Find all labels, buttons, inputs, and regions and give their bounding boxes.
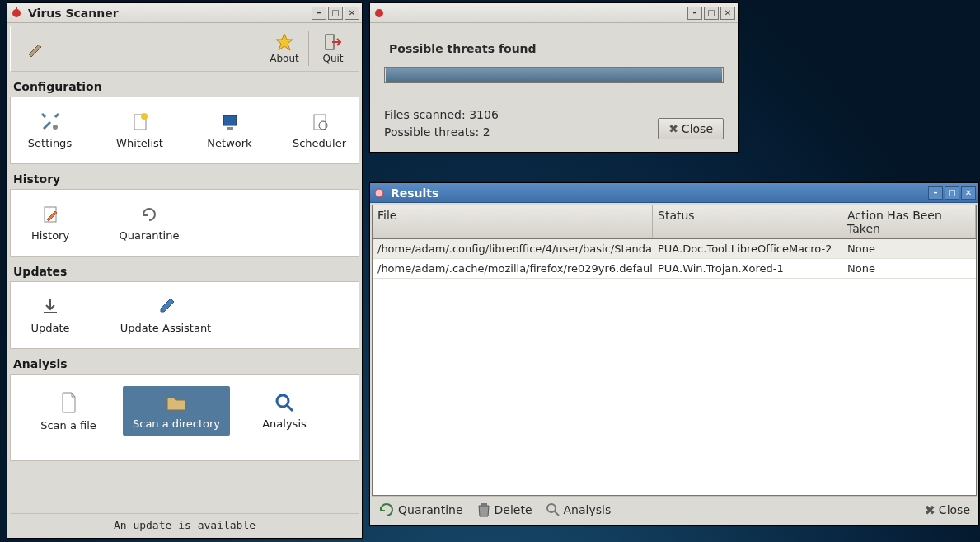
bug-icon bbox=[10, 7, 23, 20]
minimize-button[interactable]: – bbox=[928, 186, 943, 200]
quit-label: Quit bbox=[322, 53, 343, 64]
minimize-button[interactable]: – bbox=[312, 7, 326, 20]
svg-point-16 bbox=[547, 504, 556, 512]
svg-marker-2 bbox=[276, 34, 293, 50]
magnifier-icon bbox=[274, 393, 294, 412]
configuration-label: Configuration bbox=[10, 72, 359, 97]
tools-icon bbox=[40, 112, 60, 132]
eyedropper-icon bbox=[156, 297, 176, 317]
table-body: /home/adam/.config/libreoffice/4/user/ba… bbox=[373, 239, 976, 495]
exit-icon bbox=[324, 33, 342, 51]
titlebar-results[interactable]: Results – □ ✕ bbox=[370, 183, 978, 203]
results-window: Results – □ ✕ File Status Action Has Bee… bbox=[369, 182, 979, 526]
svg-rect-7 bbox=[223, 115, 237, 125]
footer-quarantine-label: Quarantine bbox=[398, 503, 463, 516]
cell-action: None bbox=[842, 259, 976, 278]
col-status-header[interactable]: Status bbox=[653, 205, 842, 238]
results-title: Results bbox=[391, 186, 438, 200]
close-button[interactable]: ✕ bbox=[720, 7, 735, 20]
trash-icon bbox=[476, 502, 491, 518]
quarantine-label: Quarantine bbox=[120, 229, 180, 242]
main-toolbar: About Quit bbox=[10, 26, 359, 72]
update-button[interactable]: Update bbox=[17, 290, 83, 340]
whitelist-button[interactable]: Whitelist bbox=[107, 106, 172, 155]
updates-panel: Update Update Assistant bbox=[10, 281, 359, 349]
svg-point-6 bbox=[141, 113, 148, 120]
statusbar: An update is available bbox=[10, 513, 359, 535]
cell-status: PUA.Win.Trojan.Xored-1 bbox=[653, 259, 842, 278]
threats-label: Possible threats: bbox=[384, 125, 479, 139]
network-button[interactable]: Network bbox=[197, 106, 262, 155]
toolbar-scan-button[interactable] bbox=[16, 28, 57, 69]
history-panel: History Quarantine bbox=[10, 189, 359, 257]
footer-quarantine-button[interactable]: Quarantine bbox=[378, 502, 463, 518]
virus-scanner-window: Virus Scanner – □ ✕ About bbox=[7, 2, 363, 539]
files-scanned-value: 3106 bbox=[469, 108, 499, 121]
titlebar-dialog[interactable]: – □ ✕ bbox=[370, 3, 738, 23]
svg-point-12 bbox=[277, 395, 288, 407]
scan-file-button[interactable]: Scan a file bbox=[19, 386, 118, 436]
whitelist-label: Whitelist bbox=[116, 137, 163, 149]
svg-point-14 bbox=[375, 189, 383, 197]
close-button[interactable]: ✕ bbox=[961, 186, 976, 200]
footer-close-label: Close bbox=[939, 503, 970, 516]
scan-directory-button[interactable]: Scan a directory bbox=[123, 386, 230, 436]
scan-progressbar bbox=[384, 67, 724, 83]
svg-point-4 bbox=[53, 125, 58, 130]
update-assistant-button[interactable]: Update Assistant bbox=[108, 290, 223, 340]
bug-icon bbox=[373, 7, 386, 20]
scan-progress-dialog: – □ ✕ Possible threats found Files scann… bbox=[369, 2, 739, 153]
svg-rect-8 bbox=[227, 127, 233, 130]
close-label: Close bbox=[682, 122, 713, 135]
updates-label: Updates bbox=[10, 257, 359, 281]
quit-button[interactable]: Quit bbox=[312, 28, 354, 69]
footer-delete-button[interactable]: Delete bbox=[476, 502, 532, 518]
about-button[interactable]: About bbox=[264, 28, 305, 69]
about-label: About bbox=[270, 53, 298, 64]
footer-delete-label: Delete bbox=[495, 503, 532, 516]
maximize-button[interactable]: □ bbox=[945, 186, 959, 200]
scan-file-label: Scan a file bbox=[40, 419, 96, 431]
close-button[interactable]: ✕ bbox=[345, 7, 359, 20]
titlebar[interactable]: Virus Scanner – □ ✕ bbox=[7, 3, 362, 23]
scheduler-button[interactable]: Scheduler bbox=[287, 106, 352, 155]
svg-point-13 bbox=[375, 9, 383, 17]
analysis-button[interactable]: Analysis bbox=[235, 386, 334, 436]
cell-file: /home/adam/.cache/mozilla/firefox/re029y… bbox=[373, 259, 653, 278]
col-action-header[interactable]: Action Has Been Taken bbox=[842, 205, 976, 238]
update-label: Update bbox=[30, 322, 69, 334]
svg-rect-1 bbox=[16, 7, 17, 10]
brush-icon bbox=[27, 40, 45, 58]
page-gear-icon bbox=[310, 112, 330, 132]
refresh-icon bbox=[139, 205, 159, 224]
folder-icon bbox=[166, 393, 187, 412]
download-icon bbox=[40, 297, 60, 317]
analysis-panel: Scan a file Scan a directory Analysis bbox=[10, 374, 359, 461]
network-label: Network bbox=[207, 137, 251, 149]
cell-status: PUA.Doc.Tool.LibreOfficeMacro-2 bbox=[653, 239, 842, 258]
col-file-header[interactable]: File bbox=[373, 205, 653, 238]
file-icon bbox=[59, 391, 78, 414]
table-row[interactable]: /home/adam/.config/libreoffice/4/user/ba… bbox=[373, 239, 976, 259]
dialog-close-button[interactable]: ✖ Close bbox=[658, 118, 724, 139]
scheduler-label: Scheduler bbox=[293, 137, 346, 149]
minimize-button[interactable]: – bbox=[687, 7, 702, 20]
document-new-icon bbox=[130, 112, 150, 132]
history-btn-label: History bbox=[31, 229, 69, 242]
footer-analysis-button[interactable]: Analysis bbox=[546, 502, 612, 517]
svg-point-0 bbox=[12, 9, 21, 17]
settings-button[interactable]: Settings bbox=[17, 106, 82, 155]
footer-close-button[interactable]: ✖ Close bbox=[924, 502, 970, 518]
table-row[interactable]: /home/adam/.cache/mozilla/firefox/re029y… bbox=[373, 259, 976, 279]
analysis-label: Analysis bbox=[10, 349, 359, 374]
progressbar-fill bbox=[386, 68, 722, 82]
quarantine-button[interactable]: Quarantine bbox=[108, 198, 190, 247]
maximize-button[interactable]: □ bbox=[704, 7, 719, 20]
history-button[interactable]: History bbox=[17, 198, 83, 247]
cell-action: None bbox=[842, 239, 976, 258]
recycle-icon bbox=[378, 502, 395, 518]
threats-value: 2 bbox=[483, 125, 490, 139]
maximize-button[interactable]: □ bbox=[328, 7, 343, 20]
svg-rect-15 bbox=[481, 503, 487, 506]
history-label: History bbox=[10, 164, 359, 189]
